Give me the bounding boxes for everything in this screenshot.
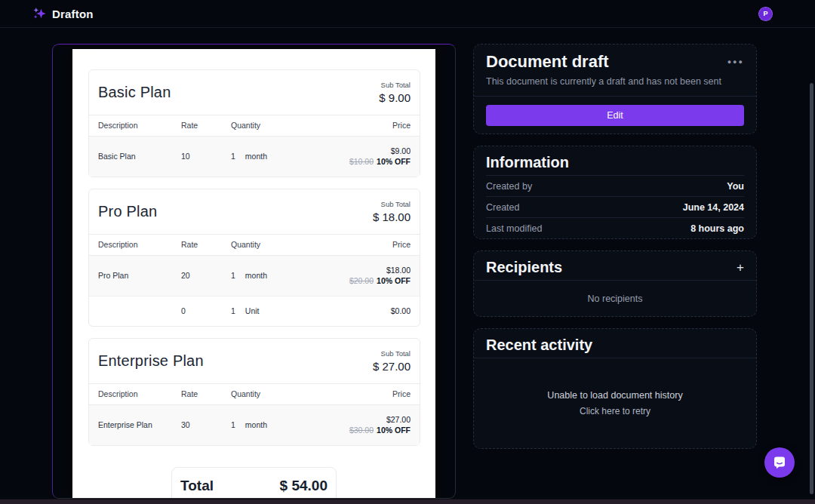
quantity-value: 1: [231, 271, 235, 280]
row-rate: 30: [181, 420, 231, 429]
price-current: $27.00: [349, 414, 411, 426]
col-description: Description: [98, 240, 181, 249]
row-rate: 20: [181, 271, 231, 280]
info-row-last-modified: Last modified 8 hours ago: [486, 217, 744, 238]
plan-header: Enterprise Plan Sub Total $ 27.00: [89, 339, 420, 383]
discount-badge: 10% OFF: [377, 157, 411, 166]
col-price: Price: [392, 239, 411, 250]
vertical-scrollbar-thumb[interactable]: [810, 83, 813, 494]
table-header: Description Rate Quantity Price: [89, 234, 420, 256]
row-rate: 10: [181, 152, 231, 161]
horizontal-scrollbar-track: [0, 499, 815, 504]
discount-badge: 10% OFF: [377, 426, 411, 435]
subtotal-label: Sub Total: [373, 200, 411, 208]
total-label: Total: [180, 478, 214, 494]
quantity-value: 1: [231, 420, 235, 429]
info-value: 8 hours ago: [690, 223, 744, 234]
row-quantity: 1 month: [231, 271, 349, 280]
info-value: June 14, 2024: [683, 202, 744, 213]
price-discount-line: $30.0010% OFF: [349, 426, 411, 435]
document-draft-card: Document draft ●●● This document is curr…: [473, 44, 757, 134]
col-rate: Rate: [181, 240, 231, 249]
col-description: Description: [98, 389, 181, 398]
edit-button[interactable]: Edit: [486, 105, 744, 126]
recipients-title: Recipients: [486, 259, 562, 276]
col-quantity: Quantity: [231, 240, 392, 249]
row-price: $0.00: [391, 306, 411, 317]
recent-activity-card: Recent activity Unable to load document …: [473, 328, 757, 449]
subtotal-value: $ 18.00: [373, 211, 411, 223]
price-discount-line: $10.0010% OFF: [349, 157, 411, 166]
table-row: Basic Plan 10 1 month $9.00 $10.0010% OF…: [89, 137, 420, 177]
quantity-unit: month: [245, 420, 267, 429]
row-description: Pro Plan: [98, 271, 181, 280]
price-discount-line: $20.0010% OFF: [349, 276, 411, 285]
user-avatar[interactable]: P: [758, 7, 773, 21]
table-header: Description Rate Quantity Price: [89, 115, 420, 137]
information-title: Information: [486, 154, 569, 171]
plan-card-basic: Basic Plan Sub Total $ 9.00 Description …: [88, 69, 420, 177]
col-price: Price: [392, 389, 411, 400]
add-recipient-icon[interactable]: +: [737, 261, 744, 274]
info-row-created: Created June 14, 2024: [486, 196, 744, 217]
quantity-value: 1: [231, 152, 235, 161]
information-card: Information Created by You Created June …: [473, 146, 757, 239]
info-label: Last modified: [486, 223, 542, 234]
plan-subtotal: Sub Total $ 9.00: [379, 81, 411, 104]
row-quantity: 1 month: [231, 420, 349, 429]
col-quantity: Quantity: [231, 121, 392, 130]
more-options-icon[interactable]: ●●●: [727, 52, 744, 66]
table-row: Enterprise Plan 30 1 month $27.00 $30.00…: [89, 405, 420, 445]
info-label: Created by: [486, 181, 532, 192]
subtotal-label: Sub Total: [373, 349, 411, 358]
recent-activity-title: Recent activity: [486, 337, 592, 354]
activity-error-text: Unable to load document history: [547, 390, 682, 401]
brand-logo[interactable]: Drafton: [32, 6, 94, 21]
table-row: Pro Plan 20 1 month $18.00 $20.0010% OFF: [89, 256, 420, 296]
subtotal-label: Sub Total: [379, 81, 411, 89]
no-recipients-text: No recipients: [474, 281, 756, 316]
plan-title: Enterprise Plan: [98, 352, 204, 370]
col-price: Price: [392, 120, 411, 131]
price-current: $0.00: [391, 306, 411, 317]
quantity-value: 1: [231, 306, 235, 315]
quantity-unit: month: [245, 152, 267, 161]
price-original: $10.00: [349, 157, 374, 166]
plan-title: Pro Plan: [98, 203, 157, 220]
plan-card-enterprise: Enterprise Plan Sub Total $ 27.00 Descri…: [88, 338, 420, 446]
price-original: $30.00: [349, 426, 374, 435]
draft-card-subtitle: This document is currently a draft and h…: [486, 76, 744, 87]
col-rate: Rate: [181, 121, 231, 130]
info-row-created-by: Created by You: [486, 175, 744, 196]
chat-icon: [772, 455, 787, 470]
row-quantity: 1 Unit: [231, 306, 391, 315]
table-header: Description Rate Quantity Price: [89, 383, 420, 405]
row-description: Basic Plan: [98, 152, 181, 161]
price-current: $18.00: [349, 265, 411, 276]
document-preview-frame: Basic Plan Sub Total $ 9.00 Description …: [52, 44, 456, 499]
col-rate: Rate: [181, 389, 231, 398]
row-price: $18.00 $20.0010% OFF: [349, 265, 411, 287]
sparkles-logo-icon: [32, 6, 47, 21]
plan-header: Pro Plan Sub Total $ 18.00: [89, 189, 420, 234]
recipients-card: Recipients + No recipients: [473, 250, 757, 317]
price-current: $9.00: [349, 146, 411, 157]
subtotal-value: $ 27.00: [373, 360, 411, 373]
retry-link[interactable]: Click here to retry: [580, 406, 650, 416]
info-value: You: [727, 181, 744, 192]
chat-launcher-button[interactable]: [764, 447, 795, 478]
row-description: Enterprise Plan: [98, 420, 181, 429]
total-value: $ 54.00: [280, 478, 328, 494]
price-original: $20.00: [349, 276, 374, 285]
quantity-unit: Unit: [245, 306, 260, 315]
col-description: Description: [98, 121, 181, 130]
table-row: 0 1 Unit $0.00: [89, 296, 420, 326]
plan-subtotal: Sub Total $ 27.00: [373, 349, 411, 373]
divider: [474, 96, 756, 97]
right-sidebar: Document draft ●●● This document is curr…: [473, 44, 757, 449]
top-bar: Drafton P: [0, 0, 815, 28]
row-price: $9.00 $10.0010% OFF: [349, 146, 411, 167]
document-page: Basic Plan Sub Total $ 9.00 Description …: [72, 49, 435, 498]
discount-badge: 10% OFF: [377, 276, 411, 285]
info-label: Created: [486, 202, 519, 213]
